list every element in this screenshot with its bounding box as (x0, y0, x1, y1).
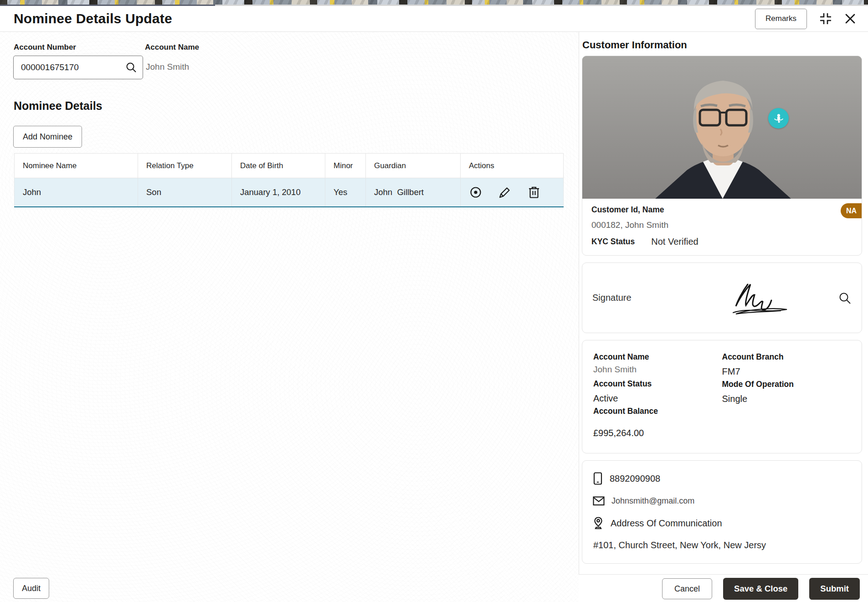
signature-image (683, 280, 838, 316)
customer-information-title: Customer Information (582, 39, 868, 51)
email-row: Johnsmith@gmail.com (592, 495, 852, 506)
account-name-field-value: John Smith (593, 365, 722, 375)
table-row[interactable]: John Son January 1, 2010 Yes John Gillbe… (14, 178, 564, 207)
nominee-details-title: Nominee Details (14, 99, 103, 113)
account-branch-label: Account Branch (722, 352, 851, 362)
mode-of-operation-value: Single (722, 394, 851, 404)
remarks-button[interactable]: Remarks (755, 9, 807, 29)
main-content: Account Number Account Name John Smith N… (0, 32, 579, 602)
phone-value: 8892090908 (610, 473, 660, 484)
submit-button[interactable]: Submit (809, 578, 860, 600)
audit-button[interactable]: Audit (13, 578, 49, 599)
signature-zoom-button[interactable] (838, 291, 852, 305)
page-title: Nominee Details Update (14, 11, 172, 26)
close-button[interactable] (844, 13, 856, 25)
kyc-status-row: KYC Status Not Verified (591, 237, 853, 247)
account-number-field[interactable] (13, 56, 143, 79)
page-header: Nominee Details Update Remarks (0, 6, 868, 32)
account-number-label: Account Number (14, 43, 76, 52)
account-status-value: Active (593, 393, 722, 404)
close-icon (844, 13, 856, 25)
col-header-actions: Actions (460, 154, 564, 178)
mobile-phone-icon (592, 472, 603, 485)
email-value: Johnsmith@gmail.com (611, 496, 694, 506)
address-value: #101, Church Street, New York, New Jersy (593, 540, 852, 551)
edit-nominee-button[interactable] (498, 185, 512, 199)
mode-of-operation-label: Mode Of Operation (722, 380, 851, 389)
search-icon[interactable] (125, 62, 137, 73)
account-balance-value: £995,264.00 (593, 428, 722, 438)
cell-relation-type: Son (138, 178, 231, 206)
cell-minor: Yes (325, 178, 365, 206)
contact-card: 8892090908 Johnsmith@gmail.com Address O… (582, 460, 862, 564)
kyc-status-label: KYC Status (591, 237, 635, 247)
trash-icon (527, 185, 541, 199)
account-name-value: John Smith (146, 62, 189, 72)
save-close-button[interactable]: Save & Close (723, 578, 798, 600)
cell-guardian: John Gillbert (365, 178, 460, 206)
status-badge: NA (841, 203, 862, 218)
account-details-card: Account Name John Smith Account Status A… (582, 340, 862, 453)
cell-actions (460, 178, 564, 206)
customer-summary-card: NA Customer Id, Name 000182, John Smith … (582, 56, 862, 256)
signature-label: Signature (592, 293, 683, 303)
account-status-label: Account Status (593, 379, 722, 389)
account-branch-value: FM7 (722, 366, 851, 377)
phone-row: 8892090908 (592, 472, 852, 485)
account-name-field-label: Account Name (593, 352, 722, 362)
account-number-input[interactable] (21, 62, 125, 72)
header-actions: Remarks (755, 9, 856, 29)
signature-card: Signature (582, 262, 862, 333)
address-label: Address Of Communication (611, 518, 722, 529)
col-header-nominee-name: Nominee Name (14, 154, 138, 178)
nominee-table: Nominee Name Relation Type Date of Birth… (14, 153, 564, 207)
footer-actions: Cancel Save & Close Submit (662, 578, 860, 600)
collapse-icon (819, 12, 832, 26)
collapse-fullscreen-button[interactable] (819, 12, 832, 26)
cell-date-of-birth: January 1, 2010 (231, 178, 325, 206)
col-header-date-of-birth: Date of Birth (231, 154, 325, 178)
table-header-row: Nominee Name Relation Type Date of Birth… (14, 154, 564, 178)
kyc-status-value: Not Verified (651, 237, 698, 247)
decorative-art-strip (0, 0, 868, 5)
customer-id-name-label: Customer Id, Name (591, 205, 853, 215)
address-row: Address Of Communication (592, 516, 852, 530)
col-header-relation-type: Relation Type (138, 154, 231, 178)
customer-photo (582, 56, 862, 199)
account-name-label: Account Name (145, 43, 199, 52)
magnifier-icon (838, 291, 852, 305)
eye-icon (469, 185, 483, 199)
customer-id-name-value: 000182, John Smith (591, 220, 853, 230)
customer-id-block: NA Customer Id, Name 000182, John Smith … (582, 199, 862, 255)
cell-nominee-name: John (14, 178, 138, 206)
pencil-icon (498, 185, 512, 199)
view-nominee-button[interactable] (469, 185, 483, 199)
account-balance-label: Account Balance (593, 406, 722, 416)
col-header-minor: Minor (325, 154, 365, 178)
add-nominee-button[interactable]: Add Nominee (13, 126, 82, 148)
cancel-button[interactable]: Cancel (662, 578, 712, 599)
mail-icon (592, 495, 605, 506)
view-360-button[interactable] (768, 108, 789, 129)
person-360-icon (772, 112, 785, 125)
customer-information-panel: Customer Information (579, 32, 868, 575)
col-header-guardian: Guardian (365, 154, 460, 178)
location-pin-icon (592, 516, 604, 530)
delete-nominee-button[interactable] (527, 185, 541, 199)
